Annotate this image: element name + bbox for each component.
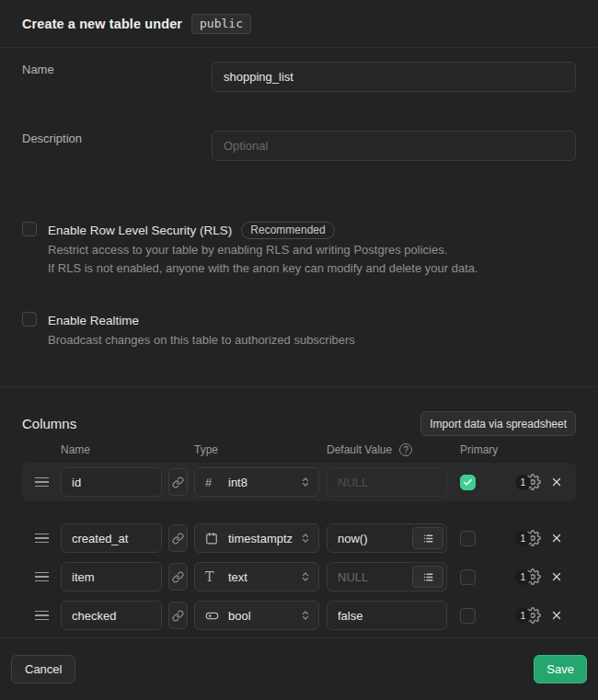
columns-header: Columns Import data via spreadsheet: [22, 411, 576, 436]
column-row: timestamptz 1: [22, 519, 576, 557]
primary-checkbox[interactable]: [460, 475, 476, 490]
type-icon: #: [205, 476, 224, 489]
drag-handle-icon: [35, 572, 49, 582]
link-icon: [172, 476, 184, 488]
name-label: Name: [22, 62, 212, 76]
chevron-updown-icon: [300, 609, 311, 622]
foreign-key-link-button[interactable]: [168, 563, 188, 591]
default-value-cell: [327, 523, 447, 553]
drag-handle-icon: [35, 611, 49, 621]
close-icon: [550, 476, 563, 488]
foreign-key-link-button[interactable]: [168, 602, 188, 629]
table-description-input[interactable]: [212, 131, 576, 161]
save-button[interactable]: Save: [534, 655, 587, 683]
drag-handle[interactable]: [22, 572, 61, 582]
column-settings-button[interactable]: 1: [515, 568, 541, 585]
default-value-cell: [327, 467, 447, 497]
type-icon: [205, 609, 224, 623]
column-type-select[interactable]: timestamptz: [194, 523, 319, 553]
import-spreadsheet-button[interactable]: Import data via spreadsheet: [420, 411, 576, 436]
text-type-icon: T: [205, 569, 213, 584]
drag-handle[interactable]: [22, 477, 61, 488]
chevron-updown-icon: [300, 476, 311, 488]
remove-column-button[interactable]: [550, 476, 563, 488]
columns-rows: # int8 1: [22, 463, 576, 635]
row-actions: 1: [515, 607, 576, 624]
default-value-cell: [327, 601, 447, 630]
rls-label: Enable Row Level Security (RLS): [48, 224, 232, 237]
default-value-menu-button[interactable]: [412, 527, 443, 549]
drag-handle[interactable]: [22, 534, 61, 544]
column-name-input[interactable]: [61, 601, 162, 630]
type-label: int8: [228, 476, 300, 489]
columns-section: Columns Import data via spreadsheet Name…: [0, 387, 598, 637]
dialog-header: Create a new table under public: [0, 0, 598, 48]
column-name-input[interactable]: [61, 523, 162, 553]
default-value-input[interactable]: [327, 601, 447, 630]
settings-count-badge: 1: [515, 569, 531, 585]
column-type-select[interactable]: bool: [194, 601, 319, 630]
drag-handle-icon: [35, 477, 49, 488]
primary-checkbox[interactable]: [460, 608, 476, 624]
remove-column-button[interactable]: [550, 570, 563, 583]
primary-checkbox[interactable]: [460, 531, 476, 546]
rls-description: Restrict access to your table by enablin…: [48, 241, 478, 278]
cancel-button[interactable]: Cancel: [11, 655, 75, 683]
foreign-key-link-button[interactable]: [168, 468, 188, 496]
create-table-dialog: Create a new table under public Name Des…: [0, 0, 598, 700]
type-label: timestamptz: [228, 532, 300, 545]
bool-icon: [205, 609, 219, 623]
column-type-select[interactable]: T text: [194, 562, 319, 591]
description-row: Description: [22, 131, 576, 161]
settings-count-badge: 1: [515, 608, 531, 624]
row-actions: 1: [515, 530, 576, 546]
default-value-menu-button[interactable]: [412, 566, 443, 588]
header-type: Type: [194, 443, 327, 456]
table-name-input[interactable]: [212, 62, 576, 92]
default-value-input[interactable]: [327, 467, 447, 497]
type-icon: [205, 532, 224, 545]
header-primary: Primary: [460, 443, 498, 456]
link-icon: [172, 571, 184, 583]
remove-column-button[interactable]: [550, 532, 563, 545]
link-icon: [172, 533, 184, 545]
recommended-badge: Recommended: [241, 222, 334, 239]
schema-badge: public: [191, 14, 251, 34]
calendar-icon: [205, 532, 218, 545]
columns-header-row: Name Type Default Value? Primary: [22, 443, 576, 456]
column-name-input[interactable]: [61, 562, 162, 591]
hash-icon: #: [205, 476, 212, 489]
help-icon[interactable]: ?: [399, 443, 412, 456]
remove-column-button[interactable]: [550, 609, 563, 622]
rls-checkbox[interactable]: [22, 222, 37, 236]
column-settings-button[interactable]: 1: [515, 474, 541, 490]
column-settings-button[interactable]: 1: [515, 530, 541, 546]
column-row: T text 1: [22, 557, 576, 596]
name-row: Name: [22, 62, 576, 92]
settings-count-badge: 1: [515, 531, 531, 546]
type-label: text: [228, 570, 300, 584]
dialog-footer: Cancel Save: [0, 637, 598, 700]
options-section: Enable Row Level Security (RLS) Recommen…: [0, 195, 598, 386]
drag-handle[interactable]: [22, 611, 61, 621]
header-default-value: Default Value?: [327, 443, 460, 456]
primary-checkbox[interactable]: [460, 569, 476, 585]
columns-title: Columns: [22, 416, 76, 431]
close-icon: [550, 532, 563, 545]
rls-option: Enable Row Level Security (RLS) Recommen…: [22, 222, 576, 278]
realtime-option: Enable Realtime Broadcast changes on thi…: [22, 312, 576, 350]
column-settings-button[interactable]: 1: [515, 607, 541, 624]
dialog-title: Create a new table under: [22, 17, 182, 31]
column-row: # int8 1: [22, 463, 576, 501]
column-type-select[interactable]: # int8: [194, 467, 319, 497]
foreign-key-link-button[interactable]: [168, 524, 188, 552]
chevron-updown-icon: [300, 570, 311, 583]
drag-handle-icon: [35, 534, 49, 544]
close-icon: [550, 609, 563, 622]
list-icon: [422, 533, 434, 545]
link-icon: [172, 610, 184, 622]
realtime-checkbox[interactable]: [22, 312, 37, 327]
column-name-input[interactable]: [61, 467, 162, 497]
description-label: Description: [22, 131, 212, 145]
row-actions: 1: [515, 474, 576, 490]
